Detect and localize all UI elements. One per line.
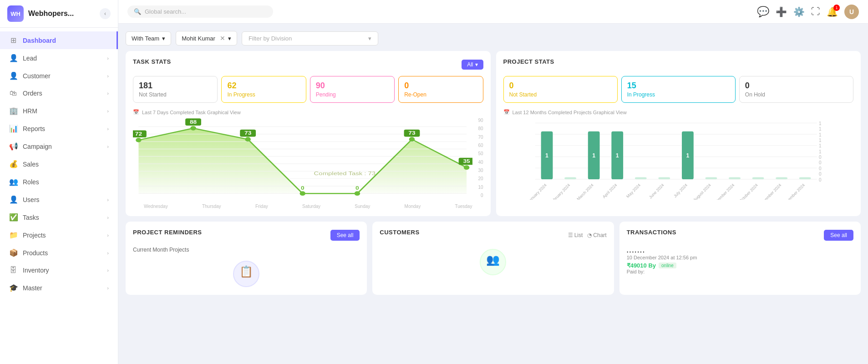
content-area: With Team ▾ Mohit Kumar ✕ ▾ Filter by Di…: [118, 24, 868, 364]
sidebar-item-lead[interactable]: 👤 Lead ›: [0, 49, 118, 67]
svg-text:1: 1: [819, 138, 822, 143]
sidebar-item-reports[interactable]: 📊 Reports ›: [0, 120, 118, 137]
proj-stat-ps-on-hold: 0On Hold: [739, 76, 853, 103]
svg-text:1: 1: [545, 152, 548, 159]
svg-text:35: 35: [463, 159, 470, 164]
x-axis-label: Wednesday: [144, 204, 168, 209]
notification-icon[interactable]: 🔔 1: [827, 6, 838, 17]
nav-label-hrm: HRM: [23, 107, 37, 115]
proj-stat-cards: 0Not Started15In Progress0On Hold: [503, 76, 854, 103]
sidebar-item-products[interactable]: 📦 Products ›: [0, 244, 118, 262]
sidebar-item-master[interactable]: 🎓 Master ›: [0, 279, 118, 297]
nav-chevron-master: ›: [107, 285, 109, 291]
project-reminders-title: PROJECT REMINDERS: [133, 229, 202, 236]
y-axis-label: 10: [472, 185, 483, 190]
nav-label-products: Products: [23, 249, 48, 257]
sidebar: WH Webhopers... ‹ ⊞ Dashboard 👤 Lead › 👤…: [0, 0, 118, 364]
nav-icon-tasks: ✅: [9, 213, 17, 222]
x-axis-label: Thursday: [202, 204, 221, 209]
y-axis-label: 90: [472, 118, 483, 123]
search-box[interactable]: 🔍 Global search...: [127, 5, 273, 18]
nav-chevron-orders: ›: [107, 91, 109, 96]
division-filter[interactable]: Filter by Division ▾: [242, 31, 378, 46]
project-reminders-empty-icon: 📋: [133, 260, 360, 288]
search-icon: 🔍: [134, 8, 141, 15]
sidebar-item-campaign[interactable]: 📢 Campaign ›: [0, 137, 118, 155]
sidebar-item-orders[interactable]: 🛍 Orders ›: [0, 85, 118, 102]
team-filter-chevron: ▾: [162, 35, 165, 42]
sidebar-item-tasks[interactable]: ✅ Tasks ›: [0, 208, 118, 226]
svg-text:August 2024: August 2024: [692, 183, 712, 200]
sidebar-header: WH Webhopers... ‹: [0, 0, 118, 28]
sidebar-item-dashboard[interactable]: ⊞ Dashboard: [0, 31, 118, 49]
chart-y-axis: 9080706050403020100: [472, 118, 483, 198]
customers-title: CUSTOMERS: [380, 229, 419, 236]
nav-icon-hrm: 🏢: [9, 106, 17, 115]
pstat-num-ps-not-started: 0: [509, 81, 612, 91]
task-stats-card: TASK STATS All ▾ 181Not Started62In Prog…: [126, 51, 491, 216]
nav-label-dashboard: Dashboard: [23, 37, 56, 44]
nav-icon-sales: 💰: [9, 160, 17, 168]
nav-chevron-campaign: ›: [107, 144, 109, 149]
all-filter-button[interactable]: All ▾: [462, 60, 483, 70]
nav-label-master: Master: [23, 284, 42, 292]
svg-text:0: 0: [819, 155, 822, 160]
task-stats-title: TASK STATS: [133, 58, 171, 65]
main-area: 🔍 Global search... 💬 ➕ ⚙️ ⛶ 🔔 1 U With T…: [118, 0, 868, 364]
proj-chart-label: 📅 Last 12 Months Completed Projects Grap…: [503, 109, 854, 115]
add-icon[interactable]: ➕: [776, 6, 787, 17]
nav-chevron-reports: ›: [107, 126, 109, 131]
sidebar-item-inventory[interactable]: 🗄 Inventory ›: [0, 262, 118, 279]
x-axis-label: Tuesday: [455, 204, 472, 209]
whatsapp-icon[interactable]: 💬: [757, 6, 769, 18]
fullscreen-icon[interactable]: ⛶: [811, 6, 820, 17]
user-filter-clear[interactable]: ✕: [220, 35, 225, 42]
svg-text:73: 73: [244, 131, 251, 136]
svg-rect-62: [799, 177, 811, 180]
team-filter-label: With Team: [132, 35, 159, 42]
transaction-item: ....... 10 December 2024 at 12:56 pm ₹49…: [627, 247, 853, 274]
settings-icon[interactable]: ⚙️: [793, 6, 805, 17]
task-stat-cards: 181Not Started62In Progress90Pending0Re-…: [133, 76, 483, 103]
list-view-toggle[interactable]: ☰ List: [568, 232, 583, 238]
svg-rect-58: [752, 177, 764, 180]
sidebar-item-customer[interactable]: 👤 Customer ›: [0, 67, 118, 85]
chart-x-axis: WednesdayThursdayFridaySaturdaySundayMon…: [144, 204, 472, 209]
svg-text:72: 72: [135, 131, 142, 136]
svg-text:July 2024: July 2024: [673, 183, 688, 198]
sidebar-item-sales[interactable]: 💰 Sales: [0, 155, 118, 173]
nav-chevron-tasks: ›: [107, 215, 109, 220]
sidebar-nav: ⊞ Dashboard 👤 Lead › 👤 Customer › 🛍 Orde…: [0, 28, 118, 364]
sidebar-item-users[interactable]: 👤 Users ›: [0, 191, 118, 208]
project-stats-card: PROJECT STATS 0Not Started15In Progress0…: [496, 51, 861, 216]
project-reminders-see-all[interactable]: See all: [330, 230, 360, 241]
sidebar-item-roles[interactable]: 👥 Roles: [0, 173, 118, 191]
nav-label-roles: Roles: [23, 178, 39, 186]
stat-label-not-started: Not Started: [139, 91, 212, 98]
nav-icon-products: 📦: [9, 248, 17, 257]
y-axis-label: 80: [472, 126, 483, 131]
project-stats-header: PROJECT STATS: [503, 58, 854, 71]
user-filter[interactable]: Mohit Kumar ✕ ▾: [176, 31, 237, 46]
nav-icon-lead: 👤: [9, 54, 17, 62]
y-axis-label: 50: [472, 151, 483, 156]
svg-text:👥: 👥: [486, 253, 500, 266]
task-stats-header: TASK STATS All ▾: [133, 58, 483, 71]
svg-rect-39: [564, 177, 576, 180]
stat-label-reopen: Re-Open: [404, 91, 477, 98]
x-axis-label: Sunday: [355, 204, 370, 209]
search-placeholder: Global search...: [145, 8, 186, 15]
team-filter[interactable]: With Team ▾: [126, 31, 171, 46]
transaction-dots: .......: [627, 247, 853, 254]
sidebar-item-projects[interactable]: 📁 Projects ›: [0, 226, 118, 244]
user-avatar[interactable]: U: [844, 5, 859, 19]
pstat-label-ps-on-hold: On Hold: [745, 91, 848, 98]
transactions-see-all[interactable]: See all: [824, 230, 853, 241]
svg-point-23: [409, 137, 415, 142]
sidebar-item-hrm[interactable]: 🏢 HRM ›: [0, 102, 118, 120]
svg-text:February 2024: February 2024: [549, 183, 571, 200]
nav-chevron-lead: ›: [107, 56, 109, 61]
chart-view-toggle[interactable]: ◔ Chart: [587, 232, 606, 238]
sidebar-collapse-button[interactable]: ‹: [100, 8, 111, 19]
stat-num-in-progress: 62: [227, 81, 300, 91]
